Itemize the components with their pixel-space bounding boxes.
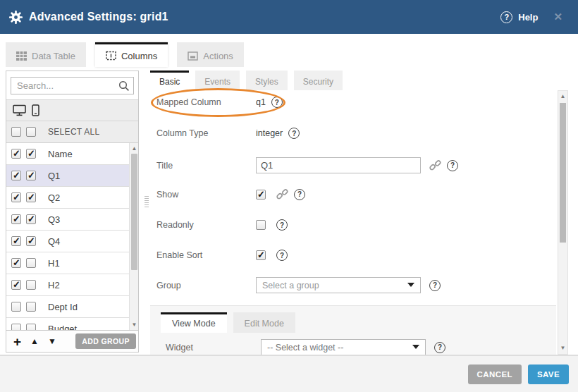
add-column-icon[interactable]: + bbox=[13, 335, 21, 348]
mobile-checkbox[interactable] bbox=[26, 302, 36, 312]
column-label: Q3 bbox=[48, 214, 60, 225]
tab-data-table[interactable]: Data Table bbox=[6, 42, 86, 67]
tab-label: Columns bbox=[121, 51, 157, 61]
search-input[interactable] bbox=[11, 77, 134, 94]
mobile-checkbox[interactable] bbox=[26, 192, 36, 202]
link-icon[interactable] bbox=[276, 188, 288, 200]
column-row[interactable]: Q3 bbox=[6, 209, 138, 231]
column-row[interactable]: Q2 bbox=[6, 187, 138, 209]
scroll-up-icon[interactable]: ▲ bbox=[130, 144, 139, 153]
search-icon bbox=[118, 80, 130, 92]
column-label: Budget bbox=[48, 324, 77, 331]
help-icon[interactable] bbox=[294, 189, 305, 200]
mobile-checkbox[interactable] bbox=[26, 149, 36, 159]
scrollbar-thumb[interactable] bbox=[131, 154, 137, 270]
field-label: Enable Sort bbox=[156, 250, 256, 260]
column-row[interactable]: H1 bbox=[6, 252, 138, 274]
column-row[interactable]: Dept Id bbox=[6, 296, 138, 318]
help-icon[interactable] bbox=[276, 250, 288, 261]
tab-actions[interactable]: Actions bbox=[177, 42, 244, 67]
field-label: Group bbox=[156, 281, 256, 290]
move-up-icon[interactable]: ▲ bbox=[30, 336, 39, 346]
tab-security[interactable]: Security bbox=[294, 71, 343, 90]
tab-columns[interactable]: Columns bbox=[95, 42, 168, 67]
column-settings-panel: Basic Events Styles Security Mapped Colu… bbox=[150, 71, 556, 355]
help-label[interactable]: Help bbox=[518, 12, 538, 23]
scroll-down-icon[interactable]: ▼ bbox=[130, 320, 139, 329]
panel-scrollbar[interactable]: ▲ ▼ bbox=[558, 90, 568, 355]
scroll-down-icon[interactable]: ▼ bbox=[558, 343, 567, 353]
help-icon[interactable] bbox=[447, 160, 458, 171]
field-label: Show bbox=[156, 190, 256, 200]
column-label: Q1 bbox=[48, 171, 60, 181]
scroll-up-icon[interactable]: ▲ bbox=[558, 92, 567, 102]
tab-events[interactable]: Events bbox=[195, 71, 240, 90]
panel-splitter[interactable] bbox=[144, 196, 149, 209]
mobile-checkbox[interactable] bbox=[26, 324, 36, 330]
scrollbar-thumb[interactable] bbox=[560, 103, 566, 243]
help-icon[interactable] bbox=[276, 219, 288, 231]
help-icon[interactable] bbox=[429, 280, 441, 291]
column-row[interactable]: Budget bbox=[6, 318, 138, 330]
desktop-icon[interactable] bbox=[13, 104, 26, 116]
desktop-checkbox[interactable] bbox=[11, 280, 21, 290]
column-label: Q2 bbox=[48, 192, 60, 203]
link-icon[interactable] bbox=[429, 159, 441, 171]
column-row[interactable]: Q1 bbox=[6, 165, 138, 187]
desktop-checkbox[interactable] bbox=[11, 149, 21, 159]
mobile-checkbox[interactable] bbox=[26, 214, 36, 224]
list-scrollbar[interactable]: ▲ ▼ bbox=[129, 143, 138, 330]
tab-styles[interactable]: Styles bbox=[246, 71, 288, 90]
show-row: Show bbox=[156, 188, 556, 200]
close-icon[interactable]: ✕ bbox=[553, 11, 562, 23]
help-icon[interactable] bbox=[500, 11, 512, 23]
field-label: Column Type bbox=[156, 128, 256, 138]
dialog-footer: CANCEL SAVE bbox=[0, 355, 578, 392]
enable-sort-checkbox[interactable] bbox=[256, 250, 266, 260]
help-icon[interactable] bbox=[434, 342, 445, 353]
column-label: H1 bbox=[48, 258, 60, 269]
select-all-mobile-checkbox[interactable] bbox=[26, 127, 36, 137]
advanced-settings-dialog: Advanced Settings: grid1 Help ✕ Data Tab… bbox=[0, 0, 578, 392]
cancel-button[interactable]: CANCEL bbox=[468, 365, 522, 384]
tab-basic[interactable]: Basic bbox=[150, 71, 189, 90]
select-all-row[interactable]: SELECT ALL bbox=[6, 121, 138, 143]
tab-view-mode[interactable]: View Mode bbox=[161, 312, 227, 333]
field-label: Readonly bbox=[156, 220, 256, 230]
column-row[interactable]: H2 bbox=[6, 274, 138, 296]
mobile-checkbox[interactable] bbox=[26, 258, 36, 268]
desktop-checkbox[interactable] bbox=[11, 324, 21, 330]
column-label: Q4 bbox=[48, 236, 60, 247]
widget-select[interactable]: -- Select a widget -- bbox=[261, 339, 426, 355]
move-down-icon[interactable]: ▼ bbox=[48, 336, 56, 346]
readonly-checkbox[interactable] bbox=[256, 220, 266, 230]
enable-sort-row: Enable Sort bbox=[156, 250, 556, 261]
help-icon[interactable] bbox=[288, 128, 300, 139]
mobile-checkbox[interactable] bbox=[26, 280, 36, 290]
group-select-placeholder: Select a group bbox=[262, 281, 319, 290]
add-group-button[interactable]: ADD GROUP bbox=[75, 333, 136, 349]
sidebar-toolbar: + ▲ ▼ ADD GROUP bbox=[6, 330, 138, 352]
column-row[interactable]: Name bbox=[6, 143, 138, 165]
desktop-checkbox[interactable] bbox=[11, 236, 21, 246]
chevron-down-icon bbox=[412, 345, 419, 349]
column-row[interactable]: Q4 bbox=[6, 231, 138, 252]
select-all-desktop-checkbox[interactable] bbox=[11, 127, 21, 137]
tab-edit-mode[interactable]: Edit Mode bbox=[233, 312, 295, 333]
gear-icon bbox=[9, 11, 23, 24]
mobile-icon[interactable] bbox=[32, 104, 39, 116]
group-select[interactable]: Select a group bbox=[256, 277, 421, 293]
chevron-down-icon bbox=[407, 283, 414, 287]
mobile-checkbox[interactable] bbox=[26, 236, 36, 246]
desktop-checkbox[interactable] bbox=[11, 171, 21, 180]
mobile-checkbox[interactable] bbox=[26, 171, 36, 180]
desktop-checkbox[interactable] bbox=[11, 214, 21, 224]
desktop-checkbox[interactable] bbox=[11, 302, 21, 312]
save-button[interactable]: SAVE bbox=[528, 365, 569, 384]
help-icon[interactable] bbox=[271, 97, 283, 108]
title-input[interactable] bbox=[256, 157, 421, 173]
desktop-checkbox[interactable] bbox=[11, 192, 21, 202]
show-checkbox[interactable] bbox=[256, 190, 266, 200]
device-filter-row bbox=[6, 99, 138, 121]
desktop-checkbox[interactable] bbox=[11, 258, 21, 268]
